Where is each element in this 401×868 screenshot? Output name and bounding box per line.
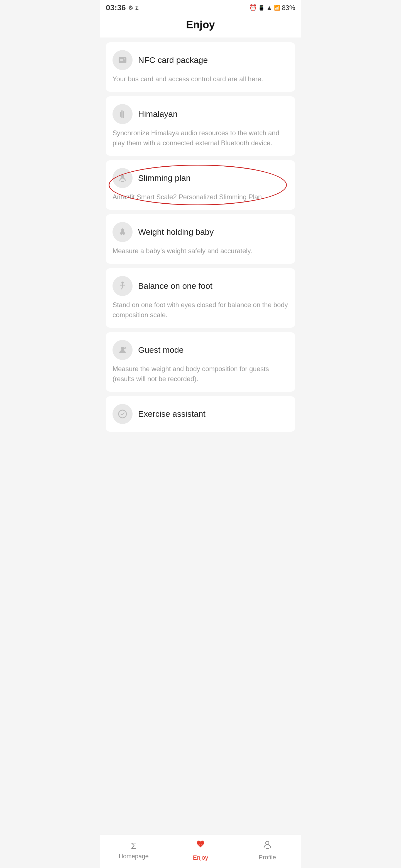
baby-icon bbox=[113, 222, 133, 242]
battery-display: 83% bbox=[282, 4, 295, 12]
homepage-label: Homepage bbox=[119, 853, 149, 860]
vibrate-icon: 📳 bbox=[258, 5, 264, 11]
gear-icon: ⚙ bbox=[128, 4, 133, 11]
svg-point-14 bbox=[121, 282, 124, 284]
slimming-description: Amazfit Smart Scale2 Personalized Slimmi… bbox=[113, 192, 288, 202]
slimming-icon bbox=[113, 168, 133, 188]
status-icons-area: ⏰ 📳 ▲ 📶 83% bbox=[249, 4, 295, 12]
svg-rect-1 bbox=[120, 59, 123, 61]
menu-item-himalayan[interactable]: Himalayan Synchronize Himalaya audio res… bbox=[106, 96, 295, 156]
page-title: Enjoy bbox=[106, 19, 295, 31]
svg-point-13 bbox=[123, 234, 124, 235]
nav-homepage[interactable]: Σ Homepage bbox=[100, 841, 167, 860]
menu-item-nfc-card[interactable]: NFC card package Your bus card and acces… bbox=[106, 42, 295, 92]
menu-list: NFC card package Your bus card and acces… bbox=[100, 42, 301, 465]
page-header: Enjoy bbox=[100, 14, 301, 38]
svg-rect-5 bbox=[121, 110, 122, 118]
baby-title: Weight holding baby bbox=[138, 227, 213, 237]
sigma-icon: Σ bbox=[135, 5, 139, 11]
homepage-icon: Σ bbox=[131, 841, 137, 851]
svg-rect-6 bbox=[123, 111, 124, 118]
status-bar: 03:36 ⚙ Σ ⏰ 📳 ▲ 📶 83% bbox=[100, 0, 301, 14]
card-header: Exercise assistant bbox=[113, 404, 288, 424]
card-inner: NFC card package Your bus card and acces… bbox=[113, 50, 288, 84]
himalayan-description: Synchronize Himalaya audio resources to … bbox=[113, 128, 288, 148]
card-header: Balance on one foot bbox=[113, 276, 288, 296]
profile-label: Profile bbox=[259, 854, 276, 861]
slimming-title: Slimming plan bbox=[138, 173, 191, 183]
balance-icon bbox=[113, 276, 133, 296]
card-inner: Weight holding baby Measure a baby's wei… bbox=[113, 222, 288, 256]
balance-description: Stand on one foot with eyes closed for b… bbox=[113, 300, 288, 320]
himalayan-title: Himalayan bbox=[138, 109, 178, 119]
enjoy-icon bbox=[195, 839, 206, 852]
nfc-card-description: Your bus card and access control card ar… bbox=[113, 74, 288, 84]
content-area: NFC card package Your bus card and acces… bbox=[100, 38, 301, 470]
menu-item-slimming-plan[interactable]: Slimming plan Amazfit Smart Scale2 Perso… bbox=[106, 160, 295, 210]
wifi-icon: ▲ bbox=[266, 4, 273, 11]
guest-icon bbox=[113, 340, 133, 360]
guest-description: Measure the weight and body composition … bbox=[113, 364, 288, 384]
card-header: Weight holding baby bbox=[113, 222, 288, 242]
card-inner: Guest mode Measure the weight and body c… bbox=[113, 340, 288, 384]
status-time-area: 03:36 ⚙ Σ bbox=[106, 3, 139, 12]
card-inner: Himalayan Synchronize Himalaya audio res… bbox=[113, 104, 288, 148]
svg-point-11 bbox=[121, 228, 124, 231]
enjoy-label: Enjoy bbox=[193, 854, 208, 861]
svg-line-17 bbox=[121, 287, 122, 289]
card-inner: Exercise assistant bbox=[113, 404, 288, 424]
balance-title: Balance on one foot bbox=[138, 281, 212, 291]
card-header: Slimming plan bbox=[113, 168, 288, 188]
nfc-card-title: NFC card package bbox=[138, 55, 208, 65]
nav-profile[interactable]: Profile bbox=[234, 840, 301, 861]
exercise-title: Exercise assistant bbox=[138, 409, 205, 419]
nav-enjoy[interactable]: Enjoy bbox=[167, 839, 234, 861]
svg-point-21 bbox=[266, 841, 269, 845]
menu-item-guest-mode[interactable]: Guest mode Measure the weight and body c… bbox=[106, 332, 295, 392]
baby-description: Measure a baby's weight safely and accur… bbox=[113, 246, 288, 256]
bottom-nav: Σ Homepage Enjoy Profile bbox=[100, 835, 301, 868]
svg-point-8 bbox=[121, 175, 124, 178]
card-header: Himalayan bbox=[113, 104, 288, 124]
time-display: 03:36 bbox=[106, 3, 126, 12]
svg-point-19 bbox=[124, 347, 125, 349]
menu-item-weight-baby[interactable]: Weight holding baby Measure a baby's wei… bbox=[106, 214, 295, 264]
svg-point-18 bbox=[121, 347, 124, 350]
exercise-icon bbox=[113, 404, 133, 424]
svg-rect-7 bbox=[120, 112, 121, 117]
himalayan-icon bbox=[113, 104, 133, 124]
svg-point-12 bbox=[121, 234, 122, 235]
card-inner: Balance on one foot Stand on one foot wi… bbox=[113, 276, 288, 320]
menu-item-balance-foot[interactable]: Balance on one foot Stand on one foot wi… bbox=[106, 268, 295, 328]
guest-title: Guest mode bbox=[138, 345, 183, 355]
profile-icon bbox=[262, 840, 273, 852]
card-inner: Slimming plan Amazfit Smart Scale2 Perso… bbox=[113, 168, 288, 202]
menu-item-exercise[interactable]: Exercise assistant bbox=[106, 396, 295, 432]
card-header: Guest mode bbox=[113, 340, 288, 360]
nfc-icon bbox=[113, 50, 133, 70]
alarm-icon: ⏰ bbox=[249, 4, 257, 11]
card-header: NFC card package bbox=[113, 50, 288, 70]
signal-icon: 📶 bbox=[274, 5, 280, 11]
